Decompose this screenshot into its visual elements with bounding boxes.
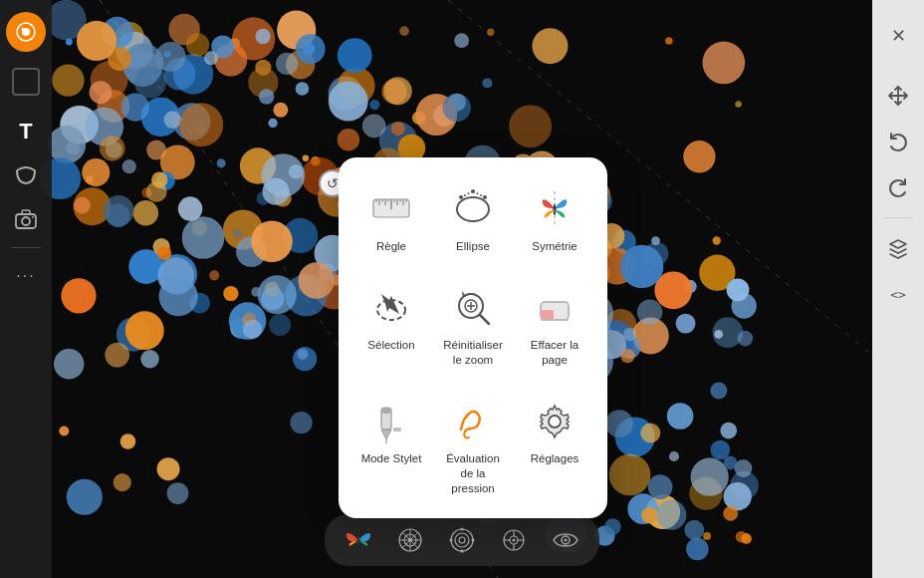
eye-bottom-button[interactable] bbox=[548, 522, 583, 558]
svg-point-47 bbox=[459, 195, 463, 199]
pressure-icon bbox=[449, 398, 497, 445]
popup-item-symetrie-label: Symétrie bbox=[532, 239, 577, 254]
right-toolbar: ✕ <> bbox=[872, 0, 924, 578]
popup-item-regle[interactable]: Règle bbox=[354, 177, 428, 260]
ruler-icon bbox=[367, 185, 415, 233]
face-tool-button[interactable] bbox=[6, 155, 46, 195]
eraser-icon bbox=[531, 284, 578, 332]
code-button[interactable]: <> bbox=[878, 274, 918, 314]
svg-point-17 bbox=[459, 537, 465, 543]
popup-grid: Règle Ellipse bbox=[354, 177, 591, 502]
svg-point-21 bbox=[472, 539, 475, 542]
popup-item-selection-label: Sélection bbox=[367, 338, 414, 353]
svg-point-2 bbox=[22, 28, 25, 31]
move-button[interactable] bbox=[878, 76, 918, 116]
more-button[interactable]: ··· bbox=[6, 256, 46, 296]
symmetry-icon bbox=[531, 185, 578, 233]
svg-point-4 bbox=[22, 217, 30, 225]
close-button[interactable]: ✕ bbox=[878, 16, 918, 56]
svg-point-43 bbox=[457, 197, 489, 221]
layers-button[interactable] bbox=[878, 228, 918, 268]
popup-item-pressure[interactable]: Évaluation de la pression bbox=[436, 390, 510, 502]
mandala-bottom-button[interactable] bbox=[392, 522, 428, 558]
popup-item-symetrie[interactable]: Symétrie bbox=[518, 177, 591, 260]
svg-point-30 bbox=[565, 539, 568, 542]
popup-item-eraser[interactable]: Effacer la page bbox=[518, 276, 591, 374]
selection-icon bbox=[367, 284, 415, 332]
popup-item-ellipse-label: Ellipse bbox=[456, 239, 490, 254]
redo-button[interactable] bbox=[878, 167, 918, 207]
popup-item-zoom-label: Réinitialiser le zoom bbox=[440, 338, 506, 368]
svg-point-16 bbox=[455, 533, 469, 547]
stylet-icon bbox=[367, 398, 415, 445]
settings-icon bbox=[531, 398, 578, 445]
svg-point-66 bbox=[549, 416, 561, 428]
svg-point-15 bbox=[451, 529, 473, 551]
radial-bottom-button[interactable] bbox=[496, 522, 532, 558]
brush-tool-button[interactable] bbox=[6, 12, 46, 52]
color-swatch[interactable] bbox=[12, 68, 40, 96]
text-tool-button[interactable]: T bbox=[6, 112, 46, 151]
ellipse-icon bbox=[449, 185, 497, 233]
svg-point-18 bbox=[461, 528, 464, 531]
svg-point-19 bbox=[461, 550, 464, 553]
svg-rect-62 bbox=[381, 408, 391, 414]
popup-item-pressure-label: Évaluation de la pression bbox=[440, 451, 506, 496]
popup-menu: Règle Ellipse bbox=[339, 157, 607, 518]
left-toolbar: T ··· bbox=[0, 0, 52, 578]
zoom-reset-icon bbox=[449, 284, 497, 332]
bottom-toolbar bbox=[325, 514, 599, 566]
popup-item-stylet[interactable]: Mode Stylet bbox=[354, 390, 428, 502]
circle-pattern-bottom-button[interactable] bbox=[444, 522, 480, 558]
svg-point-28 bbox=[513, 539, 516, 542]
svg-point-20 bbox=[450, 539, 453, 542]
popup-item-ellipse[interactable]: Ellipse bbox=[436, 177, 510, 260]
popup-item-selection[interactable]: Sélection bbox=[354, 276, 428, 374]
popup-item-settings-label: Réglages bbox=[531, 451, 579, 466]
svg-point-6 bbox=[32, 216, 34, 218]
butterfly-bottom-button[interactable] bbox=[341, 522, 376, 558]
svg-line-53 bbox=[480, 315, 489, 324]
popup-item-stylet-label: Mode Stylet bbox=[361, 451, 422, 466]
svg-point-46 bbox=[471, 189, 475, 193]
popup-item-zoom[interactable]: Réinitialiser le zoom bbox=[436, 276, 510, 374]
camera-tool-button[interactable] bbox=[6, 199, 46, 239]
svg-rect-64 bbox=[393, 428, 401, 432]
popup-item-regle-label: Règle bbox=[376, 239, 406, 254]
svg-marker-61 bbox=[381, 430, 391, 439]
svg-point-7 bbox=[357, 535, 360, 545]
svg-point-48 bbox=[483, 195, 487, 199]
undo-button[interactable] bbox=[878, 122, 918, 161]
svg-rect-5 bbox=[22, 210, 30, 214]
popup-item-settings[interactable]: Réglages bbox=[518, 390, 591, 502]
popup-item-eraser-label: Effacer la page bbox=[522, 338, 587, 368]
svg-rect-58 bbox=[541, 310, 554, 320]
